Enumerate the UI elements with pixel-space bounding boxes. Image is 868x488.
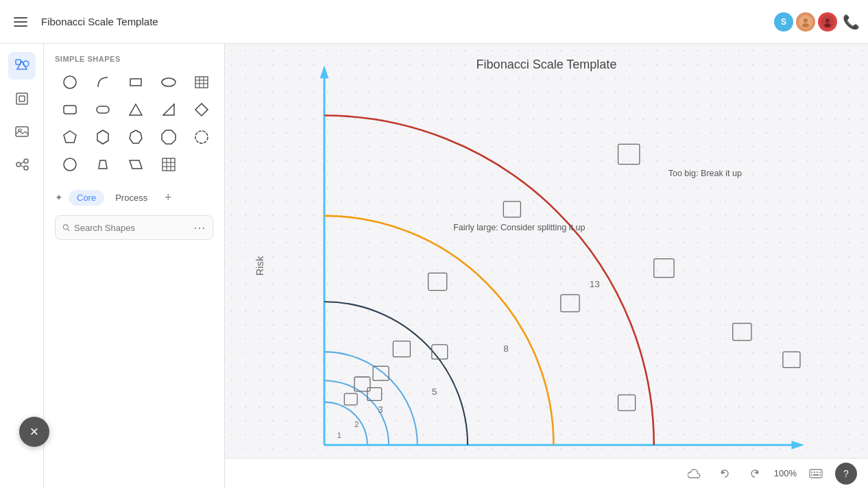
svg-rect-59 xyxy=(393,341,410,357)
label-5: 5 xyxy=(432,387,437,397)
svg-point-7 xyxy=(825,19,830,23)
bottom-bar: 100% ? xyxy=(225,458,868,488)
shape-pentagon[interactable] xyxy=(55,125,85,149)
svg-marker-51 xyxy=(791,441,804,450)
avatar-face2-icon xyxy=(821,15,834,29)
zoom-level: 100% xyxy=(774,468,797,478)
redo-button[interactable] xyxy=(744,463,766,485)
svg-marker-35 xyxy=(130,130,142,143)
svg-rect-71 xyxy=(817,472,818,473)
undo-button[interactable] xyxy=(714,463,736,485)
svg-rect-56 xyxy=(733,324,751,341)
svg-marker-49 xyxy=(320,65,329,78)
svg-rect-21 xyxy=(130,79,141,86)
svg-rect-11 xyxy=(16,93,27,104)
undo-icon xyxy=(719,467,731,480)
label-3: 3 xyxy=(378,405,383,415)
svg-point-15 xyxy=(16,162,21,167)
svg-rect-70 xyxy=(814,472,815,473)
avatar-a xyxy=(796,12,815,32)
shapes-panel: Simple Shapes ✦ Core Process + xyxy=(44,44,225,488)
svg-rect-63 xyxy=(344,393,357,405)
label-8: 8 xyxy=(503,343,509,354)
svg-rect-69 xyxy=(811,472,812,473)
cloud-icon-button[interactable] xyxy=(684,463,706,485)
label-2: 2 xyxy=(354,420,359,428)
search-icon xyxy=(62,222,70,233)
avatar-b xyxy=(818,12,837,32)
toolbar-diagrams-button[interactable] xyxy=(8,151,36,178)
header: Fibonacci Scale Template S 📞 xyxy=(0,0,868,44)
avatar-face-icon xyxy=(799,15,812,29)
svg-rect-57 xyxy=(783,352,800,367)
shape-rounded-rect2[interactable] xyxy=(88,97,118,122)
redo-icon xyxy=(749,467,761,480)
tab-process[interactable]: Process xyxy=(107,190,156,206)
tab-shapes-icon: ✦ xyxy=(55,192,63,203)
menu-button[interactable] xyxy=(8,10,33,34)
shapes-section-title: Simple Shapes xyxy=(55,55,213,63)
shape-hexagon[interactable] xyxy=(88,125,118,149)
shapes-grid xyxy=(55,70,213,177)
toolbar-shapes-button[interactable] xyxy=(8,52,36,80)
shape-right-triangle[interactable] xyxy=(154,97,184,122)
y-axis-label: Risk xyxy=(254,256,265,276)
svg-line-19 xyxy=(21,165,24,167)
cloud-icon xyxy=(688,469,701,478)
svg-marker-32 xyxy=(195,103,208,116)
shape-table[interactable] xyxy=(186,70,217,95)
svg-rect-23 xyxy=(195,77,208,88)
fibonacci-chart: 13 8 5 3 2 1 Too big: Break it up Fairly… xyxy=(225,44,868,488)
svg-marker-34 xyxy=(97,130,108,144)
svg-rect-54 xyxy=(429,273,447,290)
svg-line-47 xyxy=(68,229,70,231)
shape-rounded-rect[interactable] xyxy=(55,97,85,122)
shape-octagon[interactable] xyxy=(154,125,184,149)
svg-point-37 xyxy=(195,131,208,143)
shape-heptagon[interactable] xyxy=(121,125,151,149)
tab-core[interactable]: Core xyxy=(69,190,104,206)
svg-rect-74 xyxy=(813,474,819,476)
svg-rect-53 xyxy=(654,259,674,278)
svg-rect-60 xyxy=(373,366,389,380)
svg-marker-39 xyxy=(99,160,107,169)
fab-button[interactable]: × xyxy=(19,417,49,447)
search-more-button[interactable]: ⋯ xyxy=(193,220,206,235)
svg-marker-36 xyxy=(162,130,176,144)
svg-point-16 xyxy=(24,159,28,163)
svg-rect-55 xyxy=(561,295,579,312)
shape-parallelogram[interactable] xyxy=(121,152,151,177)
canvas-area[interactable]: Fibonacci Scale Template 13 8 5 3 2 1 To… xyxy=(225,44,868,488)
tab-add-button[interactable]: + xyxy=(158,188,178,207)
shape-rectangle[interactable] xyxy=(121,70,151,95)
search-input[interactable] xyxy=(74,223,189,233)
shape-circle[interactable] xyxy=(55,70,85,95)
svg-line-18 xyxy=(21,162,24,164)
toolbar-frames-button[interactable] xyxy=(8,85,36,112)
svg-rect-2 xyxy=(14,25,27,27)
svg-point-22 xyxy=(162,78,176,86)
shape-diamond[interactable] xyxy=(186,97,217,122)
document-title: Fibonacci Scale Template xyxy=(41,16,766,27)
avatar-s: S xyxy=(774,12,793,32)
shape-circle2[interactable] xyxy=(55,152,85,177)
toolbar-images-button[interactable] xyxy=(8,118,36,145)
svg-marker-30 xyxy=(130,104,142,115)
shape-grid[interactable] xyxy=(154,152,184,177)
shape-ellipse[interactable] xyxy=(154,70,184,95)
phone-icon[interactable]: 📞 xyxy=(843,14,860,30)
svg-marker-40 xyxy=(130,160,142,169)
shape-triangle[interactable] xyxy=(121,97,151,122)
keyboard-button[interactable] xyxy=(805,463,827,485)
svg-rect-0 xyxy=(14,17,27,19)
help-button[interactable]: ? xyxy=(835,463,857,485)
shape-arc[interactable] xyxy=(88,70,118,95)
svg-point-8 xyxy=(824,23,831,27)
svg-rect-29 xyxy=(97,106,109,113)
svg-rect-12 xyxy=(19,96,25,101)
label-too-big: Too big: Break it up xyxy=(668,169,742,178)
shapes-icon xyxy=(14,58,29,73)
svg-rect-72 xyxy=(819,472,821,473)
shape-dodecagon[interactable] xyxy=(186,125,217,149)
shape-trapezoid[interactable] xyxy=(88,152,118,177)
